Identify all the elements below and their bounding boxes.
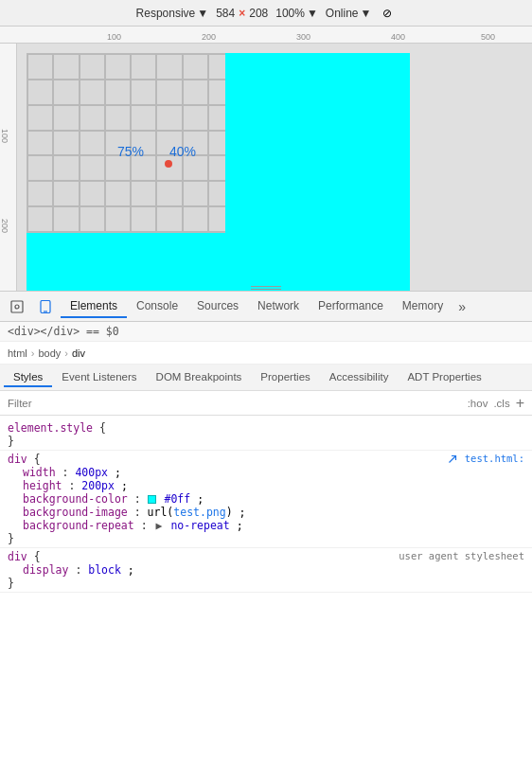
pseudo-class-button[interactable]: :hov [468, 398, 488, 409]
css-arrow-bg-repeat[interactable]: ▶ [156, 519, 163, 532]
css-selector-div-ua: div [8, 550, 34, 563]
css-value-bg-color: #0ff [165, 492, 191, 506]
css-selector-element-style: element.style { [8, 421, 524, 435]
style-tab-accessibility[interactable]: Accessibility [320, 368, 399, 387]
css-prop-bg-color: background-color : #0ff ; [8, 492, 524, 506]
grid-cell [131, 206, 156, 232]
tab-performance[interactable]: Performance [309, 295, 393, 318]
css-source-link[interactable]: test.html: [448, 453, 524, 464]
breadcrumb-html[interactable]: html [8, 347, 27, 359]
css-selector-text: element.style [8, 421, 99, 435]
css-colon-3: : [134, 492, 148, 506]
class-button[interactable]: .cls [493, 398, 509, 409]
html-snippet-text: <div></div> == $0 [8, 325, 119, 338]
throttle-icon[interactable]: ⊘ [379, 5, 396, 22]
css-semicolon-4: ; [239, 506, 246, 519]
grid-cell [156, 181, 182, 206]
grid-cell [53, 105, 79, 131]
grid-cell [105, 155, 131, 181]
css-rule-div-ua-close: } [8, 577, 524, 590]
grid-label-40-percent: 40% [169, 144, 196, 159]
grid-cell [27, 54, 53, 80]
resize-handle[interactable] [247, 285, 285, 291]
height-input[interactable]: 208 [249, 7, 268, 20]
css-prop-display: display : block ; [8, 563, 524, 577]
color-swatch-bg[interactable] [148, 495, 156, 504]
css-semicolon-6: ; [128, 563, 134, 577]
css-prop-name-bg-image: background-image [23, 506, 128, 519]
responsive-selector[interactable]: Responsive ▼ [136, 7, 209, 20]
grid-cell [27, 206, 53, 232]
content-area: 75% 40% [17, 44, 532, 291]
grid-cell [27, 181, 53, 206]
css-prop-name-bg-repeat: background-repeat [23, 519, 134, 532]
add-style-rule-button[interactable]: + [516, 396, 524, 411]
style-tab-event-listeners[interactable]: Event Listeners [52, 368, 146, 387]
tab-network[interactable]: Network [248, 295, 309, 318]
inspector-icon[interactable] [4, 294, 30, 320]
ruler-mark-400: 400 [391, 32, 405, 42]
breadcrumb-bar: html › body › div [0, 342, 532, 365]
grid-cell [131, 155, 156, 181]
device-toggle-icon[interactable] [32, 294, 59, 320]
zoom-selector[interactable]: 100% ▼ [275, 7, 318, 20]
dimensions-display: 584 × 208 [216, 7, 268, 20]
ruler-mark-100: 100 [107, 32, 121, 42]
grid-cell [27, 80, 53, 105]
ruler-canvas: 100 200 300 400 500 [17, 27, 532, 44]
zoom-chevron: ▼ [307, 7, 318, 20]
styles-filter-bar: :hov .cls + [0, 391, 532, 416]
width-input[interactable]: 584 [216, 7, 235, 20]
styles-filter-input[interactable] [8, 398, 460, 409]
css-rule-div-main: div { test.html: width : 400px ; height … [0, 451, 532, 548]
grid-cell [183, 54, 208, 80]
grid-cell [80, 155, 105, 181]
drag-handle-lines [251, 286, 281, 290]
css-div-brace-open: { [34, 453, 41, 466]
css-value-height: 200px [81, 479, 115, 492]
grid-lines [27, 54, 234, 232]
tab-memory[interactable]: Memory [393, 295, 452, 318]
style-tab-styles[interactable]: Styles [4, 368, 52, 387]
css-rules-area: element.style { } div { test.html: width… [0, 416, 532, 765]
css-semicolon-2: ; [121, 479, 128, 492]
grid-cell [53, 155, 79, 181]
tab-sources[interactable]: Sources [187, 295, 248, 318]
more-tabs-button[interactable]: » [452, 295, 471, 318]
css-div-ua-brace-open: { [34, 550, 41, 563]
grid-cell [53, 80, 79, 105]
grid-cell [105, 181, 131, 206]
css-colon-4: : [134, 506, 148, 519]
css-rule-div-close: } [8, 532, 524, 545]
ruler-left: 100 200 [0, 44, 17, 291]
css-prop-bg-repeat: background-repeat : ▶ no-repeat ; [8, 519, 524, 532]
breadcrumb-div[interactable]: div [72, 347, 85, 359]
ruler-mark-200: 200 [202, 32, 216, 42]
tab-console[interactable]: Console [127, 295, 187, 318]
style-tab-adt-properties[interactable]: ADT Properties [398, 368, 490, 387]
style-tab-properties[interactable]: Properties [251, 368, 319, 387]
grid-cell [53, 54, 79, 80]
css-value-width: 400px [75, 466, 108, 479]
grid-cell [80, 80, 105, 105]
grid-cell [80, 105, 105, 131]
css-semicolon-5: ; [237, 519, 243, 532]
svg-point-1 [15, 305, 19, 309]
tab-elements[interactable]: Elements [61, 295, 127, 318]
grid-cell [131, 80, 156, 105]
breadcrumb-body[interactable]: body [38, 347, 61, 359]
style-tab-dom-breakpoints[interactable]: DOM Breakpoints [147, 368, 252, 387]
css-value-bg-image-post: ) [226, 506, 233, 519]
responsive-label: Responsive [136, 7, 196, 20]
css-colon-6: : [75, 563, 88, 577]
responsive-chevron: ▼ [197, 7, 208, 20]
grid-cell [156, 80, 182, 105]
css-url-link[interactable]: test.png [173, 506, 225, 519]
filter-right: :hov .cls + [468, 396, 524, 411]
ua-source-label: user agent stylesheet [399, 550, 524, 561]
css-colon-1: : [62, 466, 76, 479]
ruler-mark-300: 300 [296, 32, 310, 42]
grid-element: 75% 40% [27, 53, 235, 233]
online-selector[interactable]: Online ▼ [326, 7, 372, 20]
css-prop-name-display: display [23, 563, 68, 577]
